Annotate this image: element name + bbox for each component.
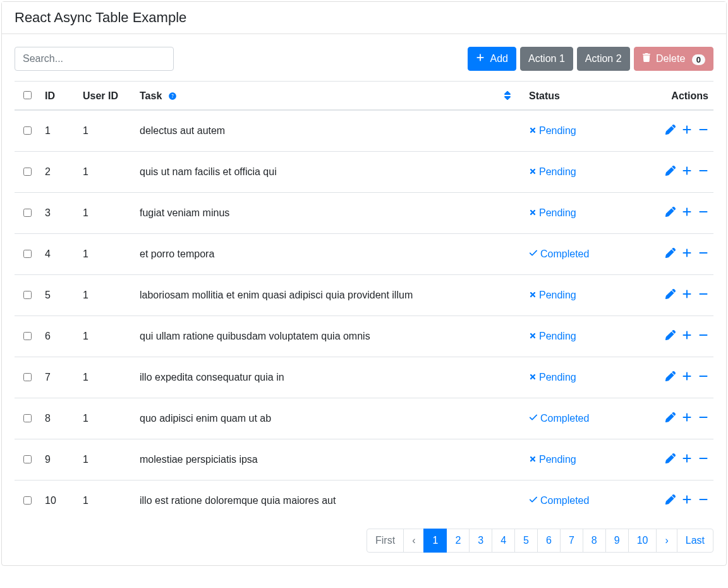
row-checkbox[interactable] — [23, 496, 32, 505]
add-icon[interactable] — [682, 453, 692, 463]
status-link[interactable]: Completed — [529, 248, 589, 259]
add-icon[interactable] — [682, 289, 692, 299]
status-link[interactable]: Completed — [529, 413, 589, 424]
cell-status: Pending — [524, 439, 638, 481]
edit-icon[interactable] — [665, 412, 676, 422]
cell-actions — [638, 275, 713, 316]
status-link[interactable]: Pending — [529, 372, 576, 383]
cell-task: illo expedita consequatur quia in — [135, 357, 524, 398]
page-link-number[interactable]: 8 — [583, 529, 606, 553]
cell-id: 5 — [40, 275, 78, 316]
page-item-number: 4 — [492, 529, 515, 553]
row-checkbox[interactable] — [23, 126, 32, 135]
row-checkbox[interactable] — [23, 209, 32, 217]
page-link-number[interactable]: 1 — [423, 529, 447, 553]
add-icon[interactable] — [682, 330, 692, 340]
cell-task: quis ut nam facilis et officia qui — [135, 152, 524, 193]
edit-icon[interactable] — [665, 371, 676, 381]
cell-id: 7 — [40, 357, 78, 398]
page-item-number: 7 — [561, 529, 583, 553]
th-status: Status — [524, 82, 638, 111]
edit-icon[interactable] — [665, 289, 676, 299]
page-link-number[interactable]: 5 — [514, 529, 538, 553]
edit-icon[interactable] — [665, 248, 676, 258]
add-icon[interactable] — [682, 248, 692, 258]
page-link-number[interactable]: 2 — [446, 529, 470, 553]
cell-user-id: 1 — [78, 481, 135, 522]
page-item-next: › — [657, 529, 677, 553]
page-link-number[interactable]: 6 — [537, 529, 561, 553]
cell-task: qui ullam ratione quibusdam voluptatem q… — [135, 316, 524, 357]
edit-icon[interactable] — [665, 166, 676, 176]
add-icon[interactable] — [682, 207, 692, 217]
edit-icon[interactable] — [665, 125, 676, 135]
cell-task: et porro tempora — [135, 234, 524, 275]
add-button[interactable]: Add — [468, 47, 516, 71]
cell-user-id: 1 — [78, 439, 135, 481]
search-input[interactable] — [15, 47, 174, 71]
table-row: 11delectus aut autemPending — [15, 110, 713, 152]
remove-icon[interactable] — [698, 494, 708, 505]
edit-icon[interactable] — [665, 330, 676, 340]
row-checkbox[interactable] — [23, 455, 32, 463]
action2-button[interactable]: Action 2 — [577, 47, 630, 71]
row-checkbox[interactable] — [23, 332, 32, 340]
page-link-number[interactable]: 3 — [469, 529, 492, 553]
add-icon[interactable] — [682, 371, 692, 381]
row-checkbox[interactable] — [23, 250, 32, 258]
edit-icon[interactable] — [665, 494, 676, 505]
delete-button[interactable]: Delete 0 — [634, 47, 713, 71]
page-link-number[interactable]: 4 — [492, 529, 515, 553]
card-body: Add Action 1 Action 2 Delete 0 — [2, 34, 726, 565]
status-label: Completed — [540, 413, 589, 424]
page-link-number[interactable]: 9 — [605, 529, 629, 553]
question-circle-icon[interactable] — [169, 92, 176, 102]
status-link[interactable]: Pending — [529, 331, 576, 341]
row-checkbox[interactable] — [23, 168, 32, 176]
table-row: 101illo est ratione doloremque quia maio… — [15, 481, 713, 522]
action1-button[interactable]: Action 1 — [520, 47, 573, 71]
page-link-prev: ‹ — [403, 529, 424, 553]
select-all-checkbox[interactable] — [23, 91, 32, 99]
remove-icon[interactable] — [698, 330, 708, 340]
remove-icon[interactable] — [698, 412, 708, 422]
cell-user-id: 1 — [78, 275, 135, 316]
add-icon[interactable] — [682, 494, 692, 505]
page-link-next[interactable]: › — [656, 529, 677, 553]
remove-icon[interactable] — [698, 371, 708, 381]
cell-id: 9 — [40, 439, 78, 481]
status-link[interactable]: Pending — [529, 454, 576, 465]
remove-icon[interactable] — [698, 125, 708, 135]
cell-task: delectus aut autem — [135, 110, 524, 152]
status-link[interactable]: Pending — [529, 207, 576, 218]
add-icon[interactable] — [682, 412, 692, 422]
row-checkbox[interactable] — [23, 414, 32, 422]
page-link-number[interactable]: 10 — [628, 529, 657, 553]
row-checkbox[interactable] — [23, 291, 32, 299]
add-icon[interactable] — [682, 125, 692, 135]
th-task[interactable]: Task — [135, 82, 524, 111]
remove-icon[interactable] — [698, 248, 708, 258]
status-link[interactable]: Pending — [529, 290, 576, 300]
page-item-first: First — [367, 529, 404, 553]
cell-task: illo est ratione doloremque quia maiores… — [135, 481, 524, 522]
status-link[interactable]: Completed — [529, 495, 589, 506]
check-icon — [529, 413, 538, 424]
page-link-number[interactable]: 7 — [560, 529, 583, 553]
edit-icon[interactable] — [665, 207, 676, 217]
table-row: 71illo expedita consequatur quia inPendi… — [15, 357, 713, 398]
remove-icon[interactable] — [698, 289, 708, 299]
cell-actions — [638, 481, 713, 522]
remove-icon[interactable] — [698, 166, 708, 176]
status-link[interactable]: Pending — [529, 166, 576, 177]
edit-icon[interactable] — [665, 453, 676, 463]
add-icon[interactable] — [682, 166, 692, 176]
row-checkbox[interactable] — [23, 373, 32, 381]
remove-icon[interactable] — [698, 453, 708, 463]
cell-id: 2 — [40, 152, 78, 193]
remove-icon[interactable] — [698, 207, 708, 217]
add-button-label: Add — [490, 53, 508, 64]
page-link-last[interactable]: Last — [677, 529, 713, 553]
sort-icon[interactable] — [504, 90, 511, 101]
status-link[interactable]: Pending — [529, 125, 576, 136]
